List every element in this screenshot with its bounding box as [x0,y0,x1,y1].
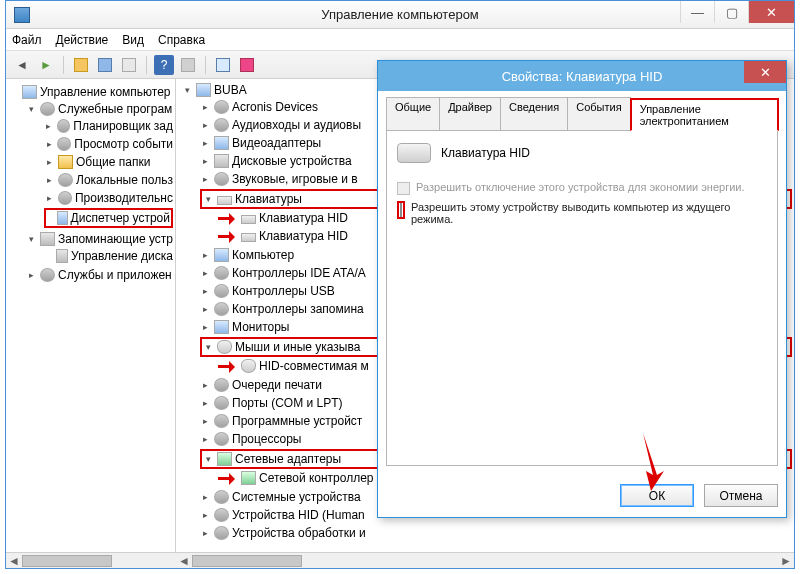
dev-keyboard-hid-2[interactable]: Клавиатура HID [259,228,348,244]
network-cat-icon [217,452,232,466]
checkbox-allow-off-label: Разрешить отключение этого устройства дл… [416,181,745,193]
cat-ide[interactable]: Контроллеры IDE ATA/А [232,265,366,281]
left-scrollbar[interactable]: ◄► [6,552,176,568]
red-arrow-icon [218,230,238,242]
system-icon [214,490,229,504]
checkbox-highlight [397,201,405,219]
tree-storage[interactable]: Запоминающие устр [58,231,173,247]
console-tree[interactable]: Управление компьютер Служебные програм П… [8,83,173,285]
video-icon [214,136,229,150]
services2-icon [40,268,55,282]
hid-icon [214,508,229,522]
imaging-icon [214,526,229,540]
dev-network-ctrl[interactable]: Сетевой контроллер [259,470,374,486]
dev-keyboard-hid-1[interactable]: Клавиатура HID [259,210,348,226]
menubar: Файл Действие Вид Справка [6,29,794,51]
users-icon [58,173,73,187]
cat-print[interactable]: Очереди печати [232,377,322,393]
cat-processors[interactable]: Процессоры [232,431,302,447]
cat-keyboards[interactable]: Клавиатуры [235,191,302,207]
device-large-icon [397,143,431,163]
dialog-close-button[interactable]: ✕ [744,61,786,83]
print-icon [214,378,229,392]
sound-icon [214,172,229,186]
cat-imaging[interactable]: Устройства обработки и [232,525,366,541]
acronis-icon [214,100,229,114]
tree-device-manager-highlight: Диспетчер устрой [44,208,173,228]
cancel-button[interactable]: Отмена [704,484,778,507]
menu-view[interactable]: Вид [122,33,144,47]
right-scrollbar[interactable]: ◄► [176,552,794,568]
keyboard-icon [241,215,256,224]
dialog-title: Свойства: Клавиатура HID [502,69,663,84]
checkbox-allow-wake[interactable] [400,203,402,217]
cat-system[interactable]: Системные устройства [232,489,361,505]
tb-blue-icon[interactable] [95,55,115,75]
tb-grid-icon[interactable] [178,55,198,75]
cat-sound[interactable]: Звуковые, игровые и в [232,171,358,187]
cat-hid[interactable]: Устройства HID (Human [232,507,365,523]
menu-action[interactable]: Действие [56,33,109,47]
ok-button[interactable]: ОК [620,484,694,507]
tree-event-viewer[interactable]: Просмотр событи [74,136,173,152]
keyboard-cat-icon [217,196,232,205]
maximize-button[interactable]: ▢ [714,1,748,23]
tree-services-apps[interactable]: Службы и приложен [58,267,172,283]
cat-video[interactable]: Видеоадаптеры [232,135,321,151]
usb-icon [214,284,229,298]
tree-task-scheduler[interactable]: Планировщик зад [73,118,173,134]
shared-folders-icon [58,155,73,169]
cat-computer[interactable]: Компьютер [232,247,294,263]
help-button[interactable]: ? [154,55,174,75]
tb-yellow-icon[interactable] [71,55,91,75]
disk-icon [214,154,229,168]
cat-storage-ctrl[interactable]: Контроллеры запомина [232,301,364,317]
tree-shared-folders[interactable]: Общие папки [76,154,150,170]
tree-device-manager[interactable]: Диспетчер устрой [71,210,170,226]
tree-disk-management[interactable]: Управление диска [71,248,173,264]
cat-ports[interactable]: Порты (COM и LPT) [232,395,343,411]
device-root[interactable]: BUBA [214,82,247,98]
dev-hid-mouse[interactable]: HID-совместимая м [259,358,369,374]
tab-details[interactable]: Сведения [500,97,568,130]
close-button[interactable]: ✕ [748,1,794,23]
tab-power-management[interactable]: Управление электропитанием [630,98,779,131]
device-manager-icon [57,211,67,225]
forward-button[interactable]: ► [36,55,56,75]
tree-root[interactable]: Управление компьютер [40,84,171,100]
minimize-button[interactable]: — [680,1,714,23]
audio-icon [214,118,229,132]
tree-local-users[interactable]: Локальные польз [76,172,173,188]
cat-acronis[interactable]: Acronis Devices [232,99,318,115]
menu-help[interactable]: Справка [158,33,205,47]
scan-hardware-button[interactable] [213,55,233,75]
back-button[interactable]: ◄ [12,55,32,75]
cat-mice[interactable]: Мыши и иные указыва [235,339,360,355]
tab-driver[interactable]: Драйвер [439,97,501,130]
eventlog-icon [57,137,71,151]
diskmgmt-icon [56,249,68,263]
red-arrow-icon [218,472,238,484]
cat-monitors[interactable]: Мониторы [232,319,289,335]
tab-power-page: Клавиатура HID Разрешить отключение этог… [386,131,778,466]
tab-general[interactable]: Общие [386,97,440,130]
tree-performance[interactable]: Производительнс [75,190,173,206]
tab-events[interactable]: События [567,97,630,130]
ports-icon [214,396,229,410]
tb-red-icon[interactable] [237,55,257,75]
cat-software-dev[interactable]: Программные устройст [232,413,362,429]
properties-dialog: Свойства: Клавиатура HID ✕ Общие Драйвер… [377,60,787,518]
cat-usb[interactable]: Контроллеры USB [232,283,335,299]
nic-icon [241,471,256,485]
cat-network[interactable]: Сетевые адаптеры [235,451,341,467]
cat-disk[interactable]: Дисковые устройства [232,153,352,169]
perf-icon [58,191,72,205]
cat-audio[interactable]: Аудиовходы и аудиовы [232,117,361,133]
tree-system-tools[interactable]: Служебные програм [58,101,172,117]
computer-icon [22,85,37,99]
menu-file[interactable]: Файл [12,33,42,47]
storage-ctrl-icon [214,302,229,316]
monitor-icon [214,320,229,334]
tb-list-icon[interactable] [119,55,139,75]
mouse-cat-icon [217,340,232,354]
